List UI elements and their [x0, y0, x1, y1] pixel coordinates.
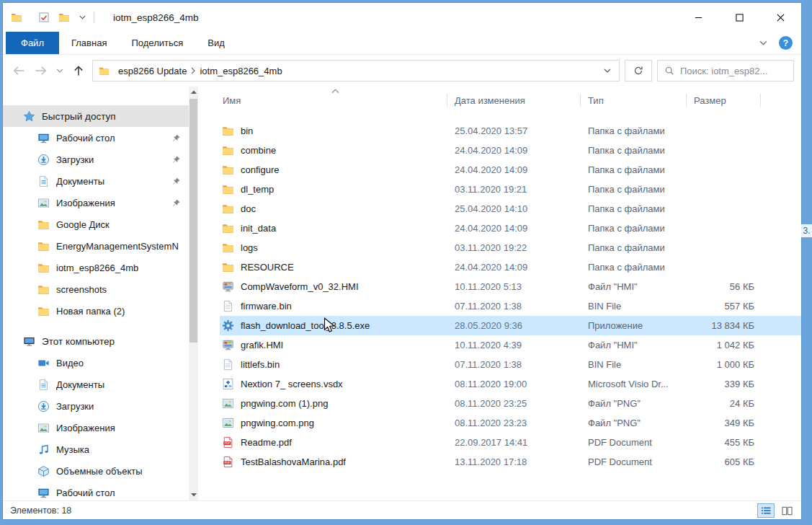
minimize-button[interactable]	[678, 3, 719, 32]
properties-icon[interactable]	[37, 12, 50, 24]
file-row[interactable]: pngwing.com (1).png08.11.2020 23:25Файл …	[220, 394, 801, 413]
file-row[interactable]: logs03.11.2020 19:22Папка с файлами	[220, 238, 801, 257]
pdf-icon: PDF	[222, 456, 234, 468]
file-date: 24.04.2020 14:09	[452, 262, 585, 273]
up-button[interactable]	[70, 62, 87, 79]
sidebar-item[interactable]: Загрузки	[3, 149, 189, 170]
file-date: 25.04.2020 14:10	[452, 203, 585, 214]
forward-button[interactable]	[32, 62, 50, 79]
file-row[interactable]: dl_temp03.11.2020 19:21Папка с файлами	[220, 180, 801, 199]
file-row[interactable]: Nextion 7_ screens.vsdx08.11.2020 19:00M…	[220, 374, 801, 394]
file-row[interactable]: bin25.04.2020 13:57Папка с файлами	[220, 121, 801, 141]
objects3d-icon	[37, 465, 50, 477]
file-row[interactable]: CompWaveform_v0_32.HMI10.11.2020 5:13Фай…	[220, 277, 801, 296]
breadcrumb-item[interactable]: esp8266 Update	[114, 66, 191, 76]
sidebar-item[interactable]: Объемные объекты	[3, 460, 189, 482]
column-header-size[interactable]: Размер	[691, 95, 760, 106]
scroll-down-icon[interactable]	[189, 490, 198, 500]
scrollbar-thumb[interactable]	[189, 99, 197, 343]
file-type: BIN File	[585, 359, 691, 370]
ribbon-tab-Поделиться[interactable]: Поделиться	[119, 32, 195, 54]
column-header-name[interactable]: Имя	[220, 95, 452, 106]
file-date: 22.09.2017 14:41	[452, 437, 585, 448]
minimize-icon	[695, 14, 702, 22]
file-name: configure	[241, 164, 279, 175]
sidebar-item[interactable]: Google Диск	[3, 213, 189, 235]
file-row[interactable]: littlefs.bin07.11.2020 1:38BIN File1 000…	[220, 355, 801, 374]
file-name: bin	[241, 125, 253, 136]
file-name: combine	[241, 145, 276, 156]
address-dropdown-icon[interactable]	[604, 69, 614, 73]
folder-icon	[37, 283, 50, 296]
sidebar-scrollbar[interactable]	[189, 87, 198, 500]
column-separator[interactable]	[580, 94, 581, 107]
file-name: flash_download_tool_3.8.5.exe	[241, 320, 370, 331]
file-row[interactable]: configure24.04.2020 14:09Папка с файлами	[220, 160, 801, 180]
file-row[interactable]: combine24.04.2020 14:09Папка с файлами	[220, 141, 801, 160]
column-separator[interactable]	[447, 94, 447, 107]
sidebar-item[interactable]: Музыка	[3, 438, 189, 460]
file-row[interactable]: firmware.bin07.11.2020 1:38BIN File557 К…	[220, 296, 801, 316]
sidebar-item[interactable]: Этот компьютер	[3, 330, 189, 352]
folder-icon	[37, 240, 50, 252]
file-name: littlefs.bin	[241, 359, 280, 370]
details-view-button[interactable]	[757, 503, 775, 518]
file-row[interactable]: grafik.HMI10.11.2020 4:39Файл "HMI"1 042…	[220, 335, 801, 355]
file-row[interactable]: init_data24.04.2020 14:09Папка с файлами	[220, 219, 801, 238]
refresh-button[interactable]	[625, 60, 652, 81]
back-button[interactable]	[10, 62, 27, 79]
file-row[interactable]: PDFTestBalashovaMarina.pdf13.11.2020 17:…	[220, 452, 801, 472]
sidebar-item[interactable]: Видео	[3, 352, 189, 374]
column-separator[interactable]	[686, 94, 687, 107]
thumbnails-view-button[interactable]	[778, 503, 795, 518]
arrow-left-icon	[12, 66, 25, 76]
file-row[interactable]: PDFReadme.pdf22.09.2017 14:41PDF Documen…	[220, 433, 801, 452]
sidebar-item[interactable]: Рабочий стол	[3, 482, 189, 500]
bin-icon	[222, 300, 234, 312]
file-row[interactable]: RESOURCE24.04.2020 14:09Папка с файлами	[220, 257, 801, 277]
address-box[interactable]: esp8266 Updateiotm_esp8266_4mb	[92, 60, 620, 81]
close-button[interactable]	[760, 3, 801, 32]
recent-locations-chevron-icon[interactable]	[55, 62, 65, 79]
ribbon-tab-Главная[interactable]: Главная	[59, 32, 119, 54]
sidebar-item[interactable]: Новая папка (2)	[3, 300, 189, 322]
maximize-button[interactable]	[719, 3, 760, 32]
sidebar-item[interactable]: Быстрый доступ	[3, 105, 189, 127]
arrow-right-icon	[35, 66, 48, 76]
sidebar-item[interactable]: Загрузки	[3, 395, 189, 417]
column-header-type[interactable]: Тип	[585, 95, 691, 106]
maximize-icon	[736, 14, 744, 22]
file-size: 557 КБ	[691, 301, 760, 312]
sidebar-item[interactable]: Документы	[3, 374, 189, 395]
qat-dropdown-icon[interactable]	[78, 15, 86, 19]
breadcrumb-item[interactable]: iotm_esp8266_4mb	[195, 66, 286, 76]
help-button[interactable]: ?	[779, 36, 793, 50]
file-rows: bin25.04.2020 13:57Папка с файламиcombin…	[198, 121, 801, 500]
column-separator[interactable]	[760, 94, 761, 107]
file-row[interactable]: pngwing.com.png08.11.2020 23:23Файл "PNG…	[220, 413, 801, 433]
desktop-label-fragment: 3.	[801, 224, 812, 237]
ribbon-tab-Файл[interactable]: Файл	[6, 32, 59, 54]
sidebar-item[interactable]: Рабочий стол	[3, 127, 189, 149]
folder-icon	[37, 262, 50, 274]
file-list-pane: Имя Дата изменения Тип Размер bin25.04.2…	[198, 87, 801, 500]
file-date: 08.11.2020 23:25	[452, 398, 585, 409]
ribbon-collapse-chevron-icon[interactable]	[759, 40, 767, 45]
ribbon-tab-Вид[interactable]: Вид	[195, 32, 237, 54]
sidebar-item[interactable]: iotm_esp8266_4mb	[3, 257, 189, 278]
file-type: Папка с файлами	[585, 203, 691, 214]
sidebar-item[interactable]: EnergyManagementSystemN	[3, 235, 189, 257]
search-input[interactable]	[680, 66, 787, 76]
scroll-up-icon[interactable]	[189, 87, 198, 97]
exe-icon	[222, 319, 234, 332]
column-header-date[interactable]: Дата изменения	[452, 95, 585, 106]
sidebar-item[interactable]: Документы	[3, 170, 189, 192]
refresh-icon	[633, 66, 643, 76]
sidebar-item[interactable]: Изображения	[3, 417, 189, 438]
file-row[interactable]: flash_download_tool_3.8.5.exe28.05.2020 …	[220, 316, 801, 335]
sidebar-item[interactable]: Изображения	[3, 192, 189, 213]
file-type: Папка с файлами	[585, 184, 691, 195]
sidebar-item[interactable]: screenshots	[3, 278, 189, 300]
file-row[interactable]: doc25.04.2020 14:10Папка с файлами	[220, 199, 801, 219]
new-folder-icon[interactable]	[58, 12, 71, 24]
